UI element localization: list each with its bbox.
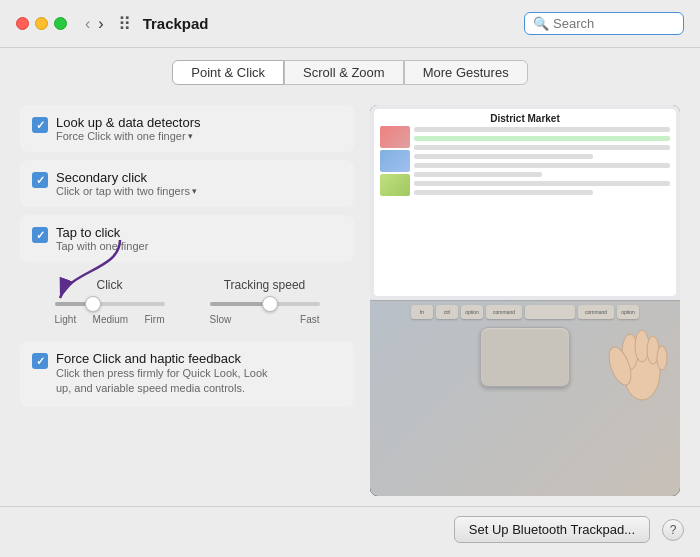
search-box[interactable]: 🔍 (524, 12, 684, 35)
lookup-setting-row: Look up & data detectors Force Click wit… (20, 105, 354, 152)
titlebar: ‹ › ⠿ Trackpad 🔍 (0, 0, 700, 48)
back-button[interactable]: ‹ (83, 16, 92, 32)
sidebar-thumb-2 (380, 150, 410, 172)
click-slider-group: Click Light Medium Firm (32, 278, 187, 325)
text-line-4 (414, 154, 593, 159)
key-opt2: option (617, 305, 639, 319)
forward-button[interactable]: › (96, 16, 105, 32)
tracking-speed-min: Slow (210, 314, 232, 325)
tap-to-click-sublabel: Tap with one finger (56, 240, 148, 252)
click-slider-max: Firm (144, 314, 164, 325)
screen-preview-title: District Market (380, 113, 670, 124)
tab-more-gestures[interactable]: More Gestures (404, 60, 528, 85)
text-line-6 (414, 172, 542, 177)
click-slider-min: Light (55, 314, 77, 325)
secondary-click-text: Secondary click Click or tap with two fi… (56, 170, 197, 197)
text-line-2 (414, 136, 670, 141)
tracking-speed-slider-labels: Slow Fast (210, 314, 320, 325)
hand-illustration (590, 322, 670, 412)
click-slider-label: Click (97, 278, 123, 292)
trackpad (480, 327, 570, 387)
secondary-click-checkbox[interactable] (32, 172, 48, 188)
keyboard-area: fn ctrl option command command option (370, 301, 680, 497)
lookup-dropdown-arrow[interactable]: ▾ (188, 131, 193, 141)
tracking-speed-slider-track[interactable] (210, 302, 320, 306)
text-line-3 (414, 145, 670, 150)
app-grid-icon[interactable]: ⠿ (118, 13, 131, 35)
tracking-speed-label: Tracking speed (224, 278, 306, 292)
minimize-button[interactable] (35, 17, 48, 30)
nav-arrows: ‹ › (83, 16, 106, 32)
key-ctrl: ctrl (436, 305, 458, 319)
preview-image: District Market (370, 105, 680, 496)
svg-point-5 (657, 346, 667, 370)
sliders-section: Click Light Medium Firm Tracking speed (20, 270, 354, 333)
key-cmd2: command (578, 305, 614, 319)
tab-scroll-zoom[interactable]: Scroll & Zoom (284, 60, 404, 85)
text-line-1 (414, 127, 670, 132)
traffic-lights (16, 17, 67, 30)
tab-point-click[interactable]: Point & Click (172, 60, 284, 85)
click-slider-labels: Light Medium Firm (55, 314, 165, 325)
tap-to-click-label: Tap to click (56, 225, 148, 240)
lookup-label: Look up & data detectors (56, 115, 201, 130)
click-slider-mid: Medium (93, 314, 129, 325)
sidebar-thumb-1 (380, 126, 410, 148)
tracking-speed-max: Fast (300, 314, 319, 325)
bottom-bar: Set Up Bluetooth Trackpad... ? (0, 506, 700, 552)
tracking-speed-slider-group: Tracking speed Slow Fast (187, 278, 342, 325)
screen-preview: District Market (370, 105, 680, 301)
left-panel: Look up & data detectors Force Click wit… (20, 105, 354, 496)
right-panel: District Market (370, 105, 680, 496)
lookup-sublabel: Force Click with one finger ▾ (56, 130, 201, 142)
key-cmd1: command (486, 305, 522, 319)
tabs-bar: Point & Click Scroll & Zoom More Gesture… (0, 48, 700, 95)
setup-bluetooth-button[interactable]: Set Up Bluetooth Trackpad... (454, 516, 650, 543)
lookup-checkbox[interactable] (32, 117, 48, 133)
force-click-checkbox[interactable] (32, 353, 48, 369)
force-click-row: Force Click and haptic feedback Click th… (20, 341, 354, 407)
screen-main-content (414, 126, 670, 196)
main-content: Look up & data detectors Force Click wit… (0, 95, 700, 506)
tap-to-click-checkbox[interactable] (32, 227, 48, 243)
close-button[interactable] (16, 17, 29, 30)
secondary-click-label: Secondary click (56, 170, 197, 185)
tap-to-click-text: Tap to click Tap with one finger (56, 225, 148, 252)
keyboard-row-1: fn ctrl option command command option (411, 305, 639, 319)
text-line-5 (414, 163, 670, 168)
key-fn: fn (411, 305, 433, 319)
sliders-wrapper: Click Light Medium Firm Tracking speed (20, 270, 354, 333)
tap-to-click-setting-row: Tap to click Tap with one finger (20, 215, 354, 262)
key-opt1: option (461, 305, 483, 319)
maximize-button[interactable] (54, 17, 67, 30)
force-click-text: Force Click and haptic feedback Click th… (56, 351, 276, 397)
click-slider-track[interactable] (55, 302, 165, 306)
lookup-text: Look up & data detectors Force Click wit… (56, 115, 201, 142)
force-click-label: Force Click and haptic feedback (56, 351, 276, 366)
text-line-7 (414, 181, 670, 186)
text-line-8 (414, 190, 593, 195)
secondary-click-dropdown-arrow[interactable]: ▾ (192, 186, 197, 196)
key-space (525, 305, 575, 319)
secondary-click-sublabel: Click or tap with two fingers ▾ (56, 185, 197, 197)
force-click-sublabel: Click then press firmly for Quick Look, … (56, 366, 276, 397)
window-title: Trackpad (143, 15, 516, 32)
search-input[interactable] (553, 16, 663, 31)
secondary-click-setting-row: Secondary click Click or tap with two fi… (20, 160, 354, 207)
help-button[interactable]: ? (662, 519, 684, 541)
search-icon: 🔍 (533, 16, 549, 31)
sidebar-thumb-3 (380, 174, 410, 196)
